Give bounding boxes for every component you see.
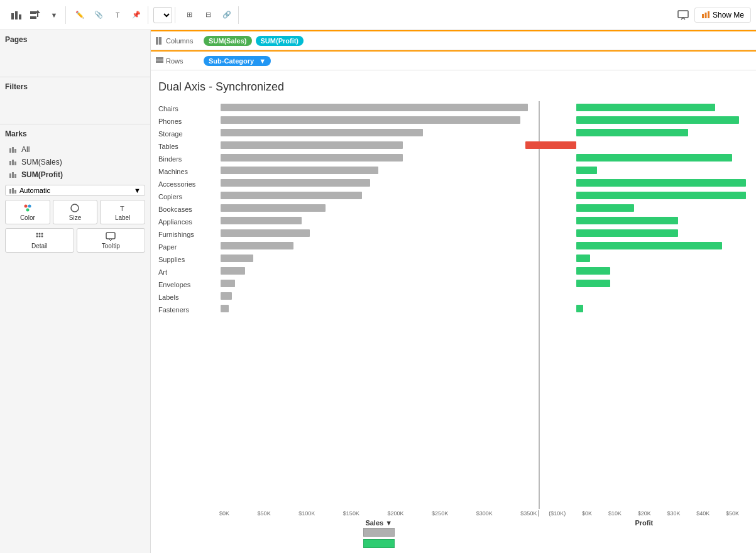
filters-content: [5, 94, 145, 119]
profit-bar[interactable]: [576, 305, 583, 312]
show-me-label: Show Me: [713, 11, 744, 19]
share-btn[interactable]: 🔗: [218, 6, 236, 24]
profit-bar[interactable]: [576, 267, 610, 275]
profit-bar[interactable]: [576, 204, 634, 212]
profit-bar[interactable]: [576, 192, 746, 199]
profit-bar-row: [540, 164, 748, 177]
svg-rect-11: [14, 149, 16, 153]
profit-bar-row: [540, 114, 748, 126]
bar-row: [218, 151, 539, 164]
left-axis-tick: $250K: [432, 510, 448, 517]
profit-bar[interactable]: [576, 116, 739, 124]
profit-bar[interactable]: [576, 242, 722, 249]
marks-type-dropdown[interactable]: Automatic ▼: [5, 185, 145, 196]
profit-bar[interactable]: [576, 104, 715, 111]
profit-bar-row: [540, 101, 748, 114]
category-label: Binders: [158, 153, 218, 165]
svg-point-23: [26, 209, 29, 212]
sum-profit-pill[interactable]: SUM(Profit): [256, 36, 304, 46]
marks-item-profit[interactable]: SUM(Profit): [5, 168, 145, 181]
profit-bar-row: [540, 252, 748, 265]
sales-bar[interactable]: [221, 192, 362, 199]
profit-bar[interactable]: [576, 280, 610, 287]
category-label: Phones: [158, 115, 218, 128]
profit-bar[interactable]: [576, 167, 596, 174]
profit-bar-row: [540, 265, 748, 277]
sales-bar[interactable]: [221, 141, 403, 149]
label-button[interactable]: T Label: [100, 200, 145, 224]
sales-bar[interactable]: [221, 305, 229, 312]
profit-bar-row: [540, 302, 748, 315]
bar-row: [218, 239, 539, 252]
left-axis-tick: $200K: [387, 510, 403, 517]
paperclip-btn[interactable]: 📎: [90, 6, 107, 24]
profit-bar-row: [540, 189, 748, 202]
profit-bar[interactable]: [576, 154, 732, 162]
marks-item-all[interactable]: All: [5, 143, 145, 156]
profit-bar[interactable]: [576, 179, 746, 187]
category-label: Machines: [158, 165, 218, 178]
profit-bar-row: [540, 177, 748, 189]
sales-bar[interactable]: [221, 179, 370, 187]
chart-area: Dual Axis - Synchronized ChairsPhonesSto…: [151, 70, 756, 553]
sales-bar[interactable]: [221, 204, 326, 212]
color-button[interactable]: Color: [5, 200, 50, 224]
sales-bar[interactable]: [221, 217, 302, 224]
sort-btn[interactable]: ▼: [45, 6, 63, 24]
presentation-btn[interactable]: [674, 6, 692, 24]
view-size-controls: Standard: [151, 7, 175, 23]
tooltip-button[interactable]: Tooltip: [77, 228, 146, 253]
pencil-btn[interactable]: ✏️: [71, 6, 89, 24]
sales-bar[interactable]: [221, 280, 235, 287]
bar-row: [218, 114, 539, 126]
marks-buttons: Color Size T Label: [5, 200, 145, 224]
bar-chart-btn[interactable]: [8, 6, 25, 24]
sales-bar[interactable]: [221, 229, 310, 237]
pin-btn[interactable]: 📌: [128, 6, 145, 24]
svg-rect-2: [19, 14, 21, 19]
sales-bar[interactable]: [221, 116, 520, 124]
svg-point-29: [36, 236, 38, 238]
sales-bar[interactable]: [221, 167, 378, 174]
sales-bar[interactable]: [221, 104, 528, 111]
profit-bar[interactable]: [525, 141, 576, 149]
show-me-button[interactable]: Show Me: [694, 8, 751, 23]
bar-mini-profit-icon: [9, 170, 18, 179]
size-button[interactable]: Size: [53, 200, 98, 224]
profit-bar[interactable]: [576, 255, 590, 262]
filter-icon: ▼: [259, 57, 266, 65]
sales-bar[interactable]: [221, 129, 423, 136]
profit-bar[interactable]: [576, 129, 688, 136]
sales-bar[interactable]: [221, 267, 245, 275]
layout-btn[interactable]: ⊞: [180, 6, 198, 24]
sub-category-pill[interactable]: Sub-Category ▼: [204, 56, 271, 66]
marks-sales-label: SUM(Sales): [21, 158, 62, 167]
rows-text: Rows: [166, 57, 184, 65]
sales-bar[interactable]: [221, 242, 293, 249]
columns-btn[interactable]: ⊟: [199, 6, 217, 24]
marks-buttons-row2: Detail Tooltip: [5, 228, 145, 253]
marks-section: Marks All SUM(Sales) SUM(Profit): [0, 124, 150, 553]
axis-ticks: $0K$50K$100K$150K$200K$250K$300K$350K ($…: [218, 510, 748, 517]
category-label: Art: [158, 266, 218, 278]
marks-item-sales[interactable]: SUM(Sales): [5, 156, 145, 168]
sales-bar[interactable]: [221, 154, 403, 162]
profit-bar[interactable]: [576, 229, 678, 237]
sales-bar[interactable]: [221, 292, 232, 300]
svg-rect-17: [14, 174, 16, 178]
category-label: Bookcases: [158, 203, 218, 216]
fit-dropdown[interactable]: Standard: [153, 7, 172, 23]
marks-dropdown-label: Automatic: [19, 187, 50, 194]
sum-sales-pill[interactable]: SUM(Sales): [204, 36, 252, 46]
swap-btn[interactable]: [26, 6, 44, 24]
sales-bar[interactable]: [221, 255, 253, 262]
svg-point-27: [38, 233, 40, 235]
right-bars-section: [540, 101, 748, 509]
detail-button[interactable]: Detail: [5, 228, 74, 253]
profit-bar[interactable]: [576, 217, 678, 224]
svg-rect-3: [30, 11, 36, 14]
svg-rect-18: [9, 189, 11, 194]
text-btn[interactable]: T: [109, 6, 126, 24]
layout-controls: ⊞ ⊟ 🔗: [178, 6, 239, 24]
size-label: Size: [69, 214, 81, 221]
